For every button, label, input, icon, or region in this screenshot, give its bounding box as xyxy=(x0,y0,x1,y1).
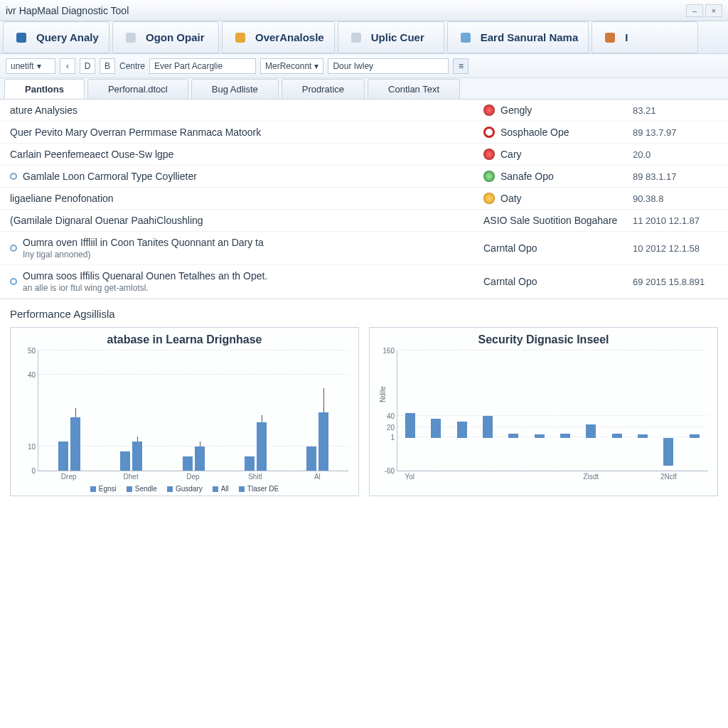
ribbon-uplic-cuer[interactable]: Uplic Cuer xyxy=(338,21,444,53)
bar xyxy=(58,441,68,471)
toolbar-input-2[interactable] xyxy=(328,58,449,74)
query-icon xyxy=(14,30,29,46)
ribbon-ogon-opair[interactable]: Ogon Opair xyxy=(112,21,219,53)
status-dot-icon xyxy=(483,127,495,138)
cylinder-icon xyxy=(123,30,139,46)
bar xyxy=(195,446,205,471)
row-value: 20.0 xyxy=(633,149,718,160)
chart-title: atabase in Learna Drignhase xyxy=(18,333,351,346)
chart-1: Security Dignasic InseelNdile-6012040160… xyxy=(369,327,718,496)
row-status: Sanafe Opo xyxy=(483,171,633,182)
toolbar-b-button[interactable]: B xyxy=(100,58,115,74)
toolbar-select-2[interactable]: MerReconnt▾ xyxy=(260,58,323,74)
secondary-toolbar: unetift▾ ‹ D B Centre MerReconnt▾ ≡ xyxy=(0,54,728,78)
status-dot-icon xyxy=(483,171,495,182)
toolbar-select-1[interactable]: unetift▾ xyxy=(6,58,55,74)
bar xyxy=(431,419,441,438)
error-bar xyxy=(200,441,200,446)
bar xyxy=(586,424,596,438)
tab-perfornal-dtocl[interactable]: Perfornal.dtocl xyxy=(87,79,188,99)
minimize-button[interactable]: – xyxy=(686,4,703,17)
row-label: ature Analysies xyxy=(10,105,483,116)
tab-pantlons[interactable]: Pantlons xyxy=(4,79,85,99)
list-item[interactable]: (Gamilale Dignaral Ouenar PaahiCloushlin… xyxy=(0,210,728,232)
row-value: 11 2010 12.1.87 xyxy=(633,215,718,226)
bar xyxy=(245,456,255,471)
section-title: Performance Agsillisla xyxy=(0,299,728,324)
tab-bug-adliste[interactable]: Bug Adliste xyxy=(191,79,279,99)
status-dot-icon xyxy=(483,149,495,160)
bar xyxy=(612,434,622,438)
row-label: Oumra soos Iffilis Quenaral Ounen Tetalh… xyxy=(23,270,483,293)
chart-title: Security Dignasic Inseel xyxy=(377,333,710,346)
y-axis-label: Ndile xyxy=(379,386,387,402)
row-status: ASIO Sale Suotition Bogahare xyxy=(483,215,633,226)
bar xyxy=(535,434,545,438)
analysis-list: ature AnalysiesGengly83.21Quer Pevito Ma… xyxy=(0,100,728,299)
ribbon-query-analy[interactable]: Query Analy xyxy=(3,21,109,53)
bar xyxy=(560,434,570,438)
bar xyxy=(483,416,493,438)
ribbon-overanalosle[interactable]: OverAnalosle xyxy=(222,21,335,53)
list-item[interactable]: Quer Pevito Mary Overran Permmase Ranmac… xyxy=(0,122,728,144)
tab-prodratice[interactable]: Prodratice xyxy=(282,79,365,99)
chart-0: atabase in Learna Drignhase0104050DrepDh… xyxy=(10,327,359,496)
row-label: Oumra oven Iffliil in Coon Tanites Quonn… xyxy=(23,237,483,259)
charts-container: atabase in Learna Drignhase0104050DrepDh… xyxy=(0,324,728,506)
status-dot-icon xyxy=(483,193,495,204)
row-value: 83.21 xyxy=(633,105,718,116)
bar xyxy=(306,446,316,471)
error-bar xyxy=(137,437,138,441)
bar xyxy=(257,422,267,471)
list-item[interactable]: Oumra soos Iffilis Quenaral Ounen Tetalh… xyxy=(0,265,728,299)
close-button[interactable]: × xyxy=(705,4,722,17)
row-status: Carntal Opo xyxy=(483,276,633,287)
legend-item: All xyxy=(213,485,229,493)
plot-area: Ndile-6012040160 xyxy=(397,350,707,471)
toolbar-input-1[interactable] xyxy=(149,58,256,74)
chevron-down-icon: ▾ xyxy=(37,61,41,71)
list-item[interactable]: Carlain Peenfemeaect Ouse-Sw lgpeCary20.… xyxy=(0,144,728,166)
tab-contlan-text[interactable]: Contlan Text xyxy=(368,79,460,99)
plot-area: 0104050 xyxy=(38,350,348,471)
svg-rect-0 xyxy=(16,33,26,43)
bar xyxy=(457,422,467,438)
bar xyxy=(638,434,648,438)
ribbon-i[interactable]: I xyxy=(592,21,698,53)
list-item[interactable]: Oumra oven Iffliil in Coon Tanites Quonn… xyxy=(0,232,728,265)
bullet-icon xyxy=(10,173,17,180)
row-label: Gamlale Loon Carmoral Type Coyllieter xyxy=(23,171,483,182)
toolbar-d-button[interactable]: D xyxy=(80,58,95,74)
list-item[interactable]: ature AnalysiesGengly83.21 xyxy=(0,100,728,122)
error-bar xyxy=(323,388,324,412)
misc-icon xyxy=(602,30,618,46)
row-label: (Gamilale Dignaral Ouenar PaahiCloushlin… xyxy=(10,215,483,226)
bar xyxy=(132,441,142,471)
x-axis: YolZisdt2Nclf xyxy=(397,473,707,481)
doc-icon xyxy=(348,30,364,46)
toolbar-go-button[interactable]: ≡ xyxy=(453,58,469,74)
x-axis: DrepDhetDepShitlAl xyxy=(38,473,348,481)
legend-item: Egnsi xyxy=(90,485,117,493)
bar xyxy=(120,451,130,471)
tab-strip: PantlonsPerfornal.dtoclBug AdlisteProdra… xyxy=(0,78,728,100)
bar xyxy=(405,413,415,438)
row-value: 90.38.8 xyxy=(633,193,718,204)
row-status: Sosphaole Ope xyxy=(483,127,633,138)
bar xyxy=(318,412,328,471)
gear-icon xyxy=(458,30,473,46)
bullet-icon xyxy=(10,278,17,285)
row-label: Carlain Peenfemeaect Ouse-Sw lgpe xyxy=(10,149,483,160)
row-value: 69 2015 15.8.891 xyxy=(633,277,718,287)
row-status: Oaty xyxy=(483,193,633,204)
bullet-icon xyxy=(10,245,17,252)
ribbon-eard-sanural-nama[interactable]: Eard Sanural Nama xyxy=(447,21,589,53)
app-window: ivr HapMaal Diagnostic Tool – × Query An… xyxy=(0,0,728,728)
ribbon-toolbar: Query AnalyOgon OpairOverAnalosleUplic C… xyxy=(0,21,728,54)
svg-rect-5 xyxy=(605,33,615,43)
row-status: Carntal Opo xyxy=(483,242,633,254)
svg-rect-1 xyxy=(126,33,136,43)
list-item[interactable]: ligaeliane PenofonationOaty90.38.8 xyxy=(0,188,728,210)
toolbar-prev-button[interactable]: ‹ xyxy=(60,58,75,74)
list-item[interactable]: Gamlale Loon Carmoral Type CoyllieterSan… xyxy=(0,166,728,188)
